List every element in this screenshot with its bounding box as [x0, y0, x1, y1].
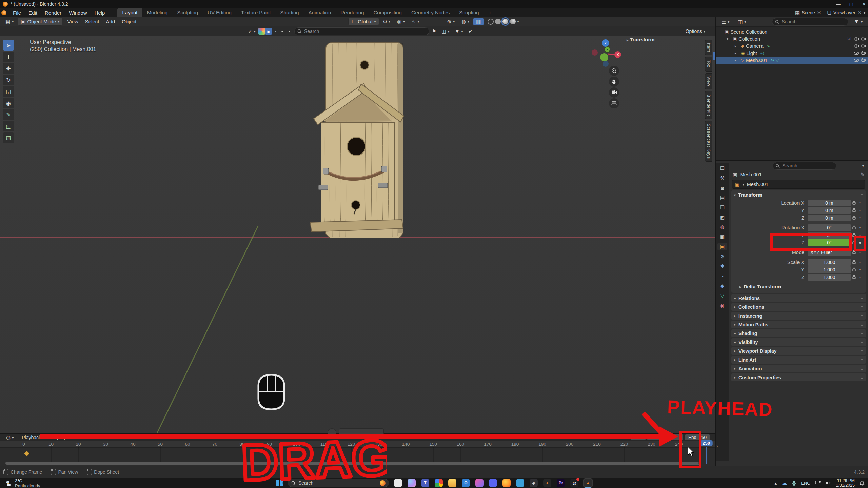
taskbar-app[interactable] — [515, 478, 525, 488]
ortho-toggle-button[interactable] — [609, 98, 619, 108]
tool-button[interactable]: ➤ — [3, 40, 14, 51]
snap-button[interactable]: Ω▾ — [380, 18, 393, 25]
taskbar-app[interactable]: ● — [542, 478, 552, 488]
breadcrumb-object[interactable]: Mesh.001 — [740, 172, 762, 177]
collapsed-section[interactable]: ▸Viewport Display≡ — [731, 347, 866, 355]
gizmos-dropdown[interactable]: ⊕▾ — [445, 18, 458, 25]
lock-icon[interactable] — [851, 225, 857, 230]
region-collapse-icon[interactable]: ‹ — [716, 443, 718, 448]
taskbar-app[interactable] — [475, 478, 484, 488]
animate-decorator[interactable]: • — [857, 226, 863, 229]
properties-tab[interactable]: ▤ — [717, 194, 727, 201]
timeline-editor-type[interactable]: ◷▾ — [3, 434, 16, 441]
collapsed-section[interactable]: ▸Line Art≡ — [731, 356, 866, 364]
viewport-menu-item[interactable]: Object — [118, 19, 140, 24]
camera-visibility-icon[interactable] — [861, 58, 866, 62]
field-value[interactable]: 1.000 — [808, 274, 851, 281]
pin-icon[interactable]: ✎ — [861, 172, 865, 177]
sidebar-tab[interactable]: Screencast Keys — [705, 121, 712, 162]
animate-decorator[interactable]: • — [857, 268, 863, 271]
xray-toggle[interactable]: ▥ — [473, 18, 484, 25]
microphone-icon[interactable] — [792, 480, 796, 486]
sidebar-tab[interactable]: Item — [705, 40, 712, 55]
filter-dropdown[interactable]: ▼▾ — [452, 28, 466, 35]
animate-decorator[interactable]: • — [857, 208, 863, 212]
workspace-tab[interactable]: + — [484, 8, 496, 17]
sidebar-tab[interactable]: BlenderKit — [705, 91, 712, 119]
viewport-menu-item[interactable]: Add — [102, 19, 118, 24]
properties-tab[interactable]: ▣ — [717, 233, 727, 241]
field-value[interactable]: 1.000 — [808, 259, 851, 266]
pan-button[interactable] — [609, 77, 619, 87]
field-value[interactable]: 0 m — [808, 215, 851, 221]
sphere-mask-icon-2[interactable]: ◕ — [279, 28, 285, 35]
properties-tab[interactable]: ◩ — [717, 214, 727, 221]
overlays-dropdown[interactable]: ◍▾ — [459, 18, 472, 25]
taskbar-app[interactable]: Pr — [556, 478, 566, 488]
menu-item[interactable]: File — [9, 10, 25, 16]
language-indicator[interactable]: ENG — [801, 481, 810, 486]
taskbar-app[interactable]: ◈ — [529, 478, 538, 488]
volume-icon[interactable] — [826, 481, 831, 485]
collapsed-section[interactable]: ▸Collections≡ — [731, 303, 866, 311]
taskbar-app[interactable] — [488, 478, 498, 488]
properties-search[interactable] — [773, 162, 836, 170]
outliner-row[interactable]: ▸ ◉ Light ◎ — [716, 49, 868, 57]
wireframe-shading-button[interactable] — [488, 19, 494, 25]
collapsed-section[interactable]: ▸Custom Properties≡ — [731, 373, 866, 381]
tool-button[interactable]: ◱ — [3, 86, 14, 97]
outliner-row[interactable]: ▸ ▽ Mesh.001 ↬ ▽ — [716, 57, 868, 64]
lock-icon[interactable] — [851, 208, 857, 213]
workspace-tab[interactable]: Rendering — [336, 8, 369, 17]
collapsed-section[interactable]: ▸Instancing≡ — [731, 312, 866, 320]
keyframe-diamond[interactable] — [24, 450, 30, 456]
camera-view-button[interactable] — [609, 87, 619, 98]
field-value[interactable]: 0 m — [808, 200, 851, 206]
tool-button[interactable]: ✥ — [3, 63, 14, 74]
lock-icon[interactable] — [851, 260, 857, 265]
outliner-display-mode[interactable]: ☰▾ — [718, 18, 732, 26]
camera-visibility-icon[interactable] — [861, 44, 866, 48]
tool-button[interactable]: ◺ — [3, 121, 14, 131]
animate-decorator[interactable]: • — [857, 216, 863, 220]
falloff-button[interactable]: ∿▾ — [409, 18, 422, 25]
menu-item[interactable]: Render — [41, 10, 65, 16]
properties-tab[interactable]: ◙ — [717, 184, 727, 191]
outliner-row[interactable]: ▣ Scene Collection — [716, 28, 868, 35]
network-icon[interactable] — [815, 481, 821, 485]
outliner-search[interactable] — [772, 18, 849, 26]
field-value[interactable]: 1.000 — [808, 266, 851, 273]
tool-button[interactable]: ◉ — [3, 98, 14, 108]
material-shading-button[interactable] — [502, 18, 509, 25]
active-mask-icon[interactable]: ▣ — [265, 28, 272, 35]
properties-tab[interactable]: ❏ — [717, 204, 727, 211]
delta-transform-header[interactable]: ▸Delta Transform — [731, 283, 866, 291]
workspace-tab[interactable]: Geometry Nodes — [407, 8, 454, 17]
collapsed-section[interactable]: ▸Animation≡ — [731, 365, 866, 372]
properties-tab[interactable]: ◉ — [717, 302, 727, 309]
properties-tab[interactable]: ⚒ — [717, 174, 727, 182]
workspace-tab[interactable]: Layout — [117, 8, 142, 17]
sphere-mask-icon-3[interactable]: ◑ — [285, 28, 292, 35]
taskbar-app[interactable] — [448, 478, 457, 488]
workspace-tab[interactable]: UV Editing — [203, 8, 236, 17]
lock-icon[interactable] — [851, 267, 857, 272]
properties-tab[interactable]: ◆ — [717, 282, 727, 290]
workspace-tab[interactable]: Texture Paint — [236, 8, 276, 17]
animate-decorator[interactable]: • — [857, 275, 863, 279]
shading-dropdown-icon[interactable]: ▾ — [517, 20, 519, 23]
tool-search-input[interactable] — [303, 28, 426, 34]
material-preview-icon[interactable] — [258, 28, 265, 35]
workspace-tab[interactable]: Animation — [304, 8, 336, 17]
layers-dropdown[interactable]: ◫▾ — [439, 28, 452, 35]
menu-item[interactable]: Help — [91, 10, 109, 16]
workspace-tab[interactable]: Sculpting — [172, 8, 203, 17]
transform-panel-header[interactable]: ▾Transform ≡ — [731, 191, 866, 199]
eye-icon[interactable] — [854, 44, 859, 48]
properties-options-icon[interactable]: ▾ — [862, 164, 864, 168]
tool-button[interactable]: ✛ — [3, 52, 14, 62]
object-name-field[interactable]: ▣▾ Mesh.001 — [732, 180, 865, 189]
transform-overlay-panel[interactable]: ▸ Transform — [627, 37, 655, 42]
orientation-dropdown[interactable]: ∟ Global▾ — [348, 18, 379, 25]
tool-button[interactable]: ✎ — [3, 109, 14, 120]
